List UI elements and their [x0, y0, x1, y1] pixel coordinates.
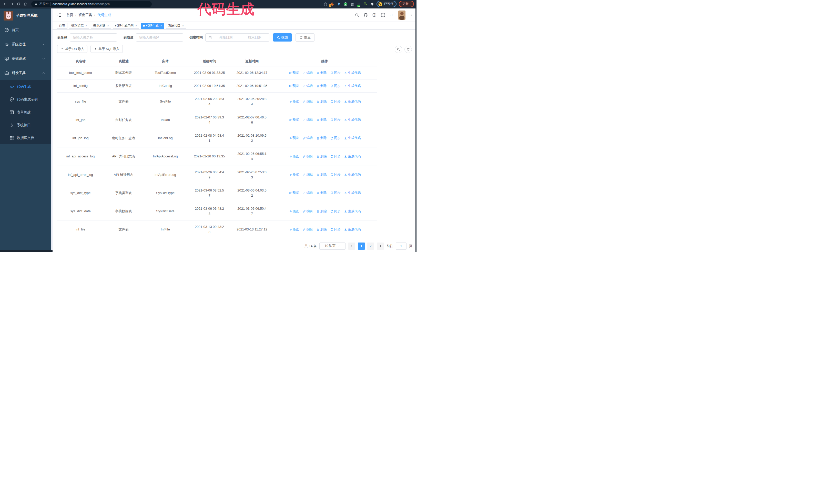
search-button[interactable]: 搜索 [273, 33, 292, 42]
tab-代码生成示例[interactable]: 代码生成示例× [113, 23, 139, 29]
sidebar-subitem-表单构建[interactable]: 表单构建 [0, 106, 51, 119]
action-编辑[interactable]: 编辑 [303, 99, 313, 104]
next-page-button[interactable] [377, 242, 384, 250]
tab-close-icon[interactable]: × [107, 24, 109, 27]
extension-icon-puzzle[interactable] [370, 2, 374, 6]
action-同步[interactable]: 同步 [330, 71, 341, 75]
extension-icon-rows[interactable]: on [357, 2, 361, 6]
sidebar-subitem-数据库文档[interactable]: 数据库文档 [0, 131, 51, 144]
action-编辑[interactable]: 编辑 [303, 71, 313, 75]
action-生成代码[interactable]: 生成代码 [344, 172, 361, 177]
action-生成代码[interactable]: 生成代码 [344, 190, 361, 195]
github-icon[interactable] [363, 13, 368, 17]
goto-page-input[interactable] [396, 242, 406, 250]
action-生成代码[interactable]: 生成代码 [344, 136, 361, 141]
action-生成代码[interactable]: 生成代码 [344, 71, 361, 75]
action-生成代码[interactable]: 生成代码 [344, 209, 361, 214]
action-同步[interactable]: 同步 [330, 172, 341, 177]
sidebar-item-基础设施[interactable]: 基础设施 [0, 51, 51, 66]
action-预览[interactable]: 预览 [289, 117, 299, 122]
action-编辑[interactable]: 编辑 [303, 136, 313, 141]
action-删除[interactable]: 删除 [316, 190, 327, 195]
action-生成代码[interactable]: 生成代码 [344, 227, 361, 232]
action-同步[interactable]: 同步 [330, 209, 341, 214]
search-icon[interactable] [355, 13, 359, 17]
action-编辑[interactable]: 编辑 [303, 227, 313, 232]
extension-icon-check[interactable] [343, 2, 348, 6]
extension-icon-gem[interactable] [336, 2, 341, 6]
bookmark-star-icon[interactable] [324, 2, 328, 6]
action-预览[interactable]: 预览 [289, 83, 299, 89]
action-预览[interactable]: 预览 [289, 227, 299, 232]
action-删除[interactable]: 删除 [316, 227, 327, 232]
action-同步[interactable]: 同步 [330, 99, 341, 104]
tab-close-icon[interactable]: × [135, 24, 137, 27]
date-range-picker[interactable]: 开始日期 - 结束日期 [205, 33, 269, 42]
browser-back-icon[interactable] [3, 2, 8, 7]
table-desc-input[interactable] [136, 33, 183, 42]
action-编辑[interactable]: 编辑 [303, 117, 313, 122]
tab-close-icon[interactable]: × [160, 24, 162, 27]
page-button-2[interactable]: 2 [367, 242, 374, 250]
end-date-placeholder[interactable]: 结束日期 [243, 35, 266, 40]
browser-home-icon[interactable] [23, 2, 28, 7]
breadcrumb-item[interactable]: 首页 [66, 13, 73, 18]
action-生成代码[interactable]: 生成代码 [344, 99, 361, 104]
action-预览[interactable]: 预览 [289, 99, 299, 104]
toggle-search-button[interactable] [395, 46, 402, 53]
action-预览[interactable]: 预览 [289, 209, 299, 214]
action-预览[interactable]: 预览 [289, 136, 299, 141]
address-bar[interactable]: 不安全 dashboard.yudao.iocoder.cn/tool/code… [31, 1, 152, 7]
sidebar-subitem-代码生成[interactable]: 代码生成 [0, 80, 51, 93]
action-删除[interactable]: 删除 [316, 209, 327, 214]
action-编辑[interactable]: 编辑 [303, 172, 313, 177]
sidebar-subitem-代码生成示例[interactable]: 代码生成示例 [0, 93, 51, 106]
action-预览[interactable]: 预览 [289, 71, 299, 75]
start-date-placeholder[interactable]: 开始日期 [214, 35, 238, 40]
action-编辑[interactable]: 编辑 [303, 154, 313, 159]
action-同步[interactable]: 同步 [330, 154, 341, 159]
action-删除[interactable]: 删除 [316, 136, 327, 141]
sidebar-item-研发工具[interactable]: 研发工具 [0, 66, 51, 80]
action-同步[interactable]: 同步 [330, 190, 341, 195]
tab-代码生成[interactable]: 代码生成× [141, 23, 164, 29]
table-name-input[interactable] [70, 33, 117, 42]
breadcrumb-item[interactable]: 研发工具 [78, 13, 92, 18]
page-button-1[interactable]: 1 [358, 242, 365, 250]
avatar-caret-down-icon[interactable] [410, 14, 413, 17]
sidebar-subitem-系统接口[interactable]: 系统接口 [0, 119, 51, 131]
extension-icon-colorzilla[interactable]: 1 [330, 2, 334, 6]
action-同步[interactable]: 同步 [330, 227, 341, 232]
sidebar-fold-icon[interactable] [57, 13, 62, 18]
action-生成代码[interactable]: 生成代码 [344, 154, 361, 159]
action-生成代码[interactable]: 生成代码 [344, 83, 361, 89]
browser-forward-icon[interactable] [9, 2, 14, 7]
db-import-button[interactable]: 基于 DB 导入 [57, 45, 88, 53]
action-删除[interactable]: 删除 [316, 154, 327, 159]
sidebar-item-首页[interactable]: 首页 [0, 23, 51, 37]
browser-reload-icon[interactable] [16, 2, 21, 7]
action-同步[interactable]: 同步 [330, 136, 341, 141]
action-同步[interactable]: 同步 [330, 117, 341, 122]
action-删除[interactable]: 删除 [316, 71, 327, 75]
tab-系统接口[interactable]: 系统接口× [166, 23, 186, 29]
app-logo-row[interactable]: 芋道管理系统 [0, 8, 51, 23]
prev-page-button[interactable] [348, 242, 355, 250]
action-编辑[interactable]: 编辑 [303, 83, 313, 89]
refresh-table-button[interactable] [404, 46, 412, 53]
extension-icon-key[interactable] [363, 2, 367, 6]
action-删除[interactable]: 删除 [316, 172, 327, 177]
action-同步[interactable]: 同步 [330, 83, 341, 89]
action-删除[interactable]: 删除 [316, 83, 327, 89]
page-size-select[interactable]: 10条/页 [319, 242, 346, 250]
tab-close-icon[interactable]: × [85, 24, 87, 27]
tab-链路追踪[interactable]: 链路追踪× [69, 23, 89, 29]
reset-button[interactable]: 重置 [295, 33, 314, 42]
font-size-icon[interactable]: tT [389, 13, 394, 17]
sql-import-button[interactable]: 基于 SQL 导入 [91, 45, 123, 53]
sidebar-item-系统管理[interactable]: 系统管理 [0, 37, 51, 51]
tab-表单构建[interactable]: 表单构建× [91, 23, 111, 29]
browser-update-button[interactable]: 更新 [399, 1, 414, 7]
user-avatar[interactable] [398, 10, 405, 20]
action-编辑[interactable]: 编辑 [303, 190, 313, 195]
